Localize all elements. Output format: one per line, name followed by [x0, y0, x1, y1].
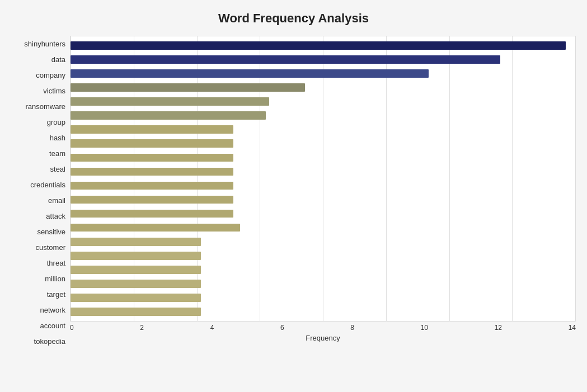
bar: [71, 69, 429, 78]
y-label: steal: [50, 166, 65, 173]
bar: [71, 41, 566, 50]
y-label: hash: [50, 134, 65, 141]
bar-row: [71, 193, 575, 207]
y-label: credentials: [30, 181, 65, 188]
y-label: email: [48, 197, 65, 204]
y-label: company: [36, 72, 65, 79]
bar: [71, 111, 266, 120]
bar-row: [71, 164, 575, 178]
bar: [71, 210, 233, 218]
y-label: shinyhunters: [24, 40, 65, 48]
x-tick: 6: [280, 324, 284, 332]
bar-row: [71, 67, 575, 81]
y-axis-labels: shinyhuntersdatacompanyvictimsransomware…: [11, 36, 70, 350]
y-label: million: [45, 275, 65, 282]
bar-row: [71, 95, 575, 108]
bar-row: [71, 249, 575, 263]
bars-and-x-area: 02468101214 Frequency: [70, 36, 576, 350]
y-label: threat: [47, 259, 65, 267]
y-label: customer: [36, 244, 65, 251]
bar-row: [71, 81, 575, 95]
bar: [71, 154, 233, 162]
bar: [71, 252, 201, 260]
x-axis: 02468101214 Frequency: [70, 322, 576, 350]
bar-row: [71, 235, 575, 249]
bar: [71, 139, 233, 148]
bar: [71, 83, 305, 92]
bar-row: [71, 291, 575, 305]
bar: [71, 182, 233, 190]
bar: [71, 280, 201, 288]
y-label: ransomware: [25, 103, 65, 110]
bar-row: [71, 178, 575, 192]
bar: [71, 55, 500, 64]
bar-row: [71, 108, 575, 122]
x-tick: 0: [70, 324, 74, 332]
y-label: sensitive: [37, 228, 65, 235]
bar-row: [71, 207, 575, 221]
y-label: attack: [46, 212, 65, 220]
bar: [71, 294, 201, 302]
x-tick: 10: [421, 324, 428, 332]
y-label: network: [40, 306, 65, 314]
x-tick: 8: [350, 324, 354, 332]
bar-row: [71, 39, 575, 53]
bar: [71, 308, 201, 316]
bars-rows: [71, 36, 575, 321]
y-label: group: [47, 119, 65, 126]
bar-row: [71, 150, 575, 164]
bar: [71, 224, 240, 232]
x-tick: 2: [140, 324, 144, 332]
chart-area: shinyhuntersdatacompanyvictimsransomware…: [11, 36, 576, 350]
x-ticks: 02468101214: [70, 322, 576, 332]
bar: [71, 125, 233, 134]
x-tick: 14: [569, 324, 576, 332]
y-label: victims: [43, 87, 65, 95]
bar: [71, 97, 269, 106]
y-label: account: [40, 322, 65, 329]
bars-panel: [70, 36, 576, 322]
bar-row: [71, 221, 575, 235]
x-tick: 4: [210, 324, 214, 332]
y-label: target: [47, 291, 65, 298]
bar-row: [71, 136, 575, 150]
bar-row: [71, 277, 575, 291]
bar: [71, 168, 233, 176]
chart-container: Word Frequency Analysis shinyhuntersdata…: [0, 0, 587, 392]
bar-row: [71, 263, 575, 277]
bar-row: [71, 122, 575, 136]
x-tick: 12: [495, 324, 502, 332]
y-label: team: [49, 150, 65, 157]
bar: [71, 196, 233, 204]
chart-title: Word Frequency Analysis: [11, 11, 576, 26]
y-label: data: [51, 56, 65, 63]
bar: [71, 238, 201, 246]
x-axis-label: Frequency: [70, 334, 576, 342]
bar-row: [71, 305, 575, 319]
y-label: tokopedia: [34, 338, 65, 345]
bar-row: [71, 53, 575, 67]
bar: [71, 266, 201, 274]
